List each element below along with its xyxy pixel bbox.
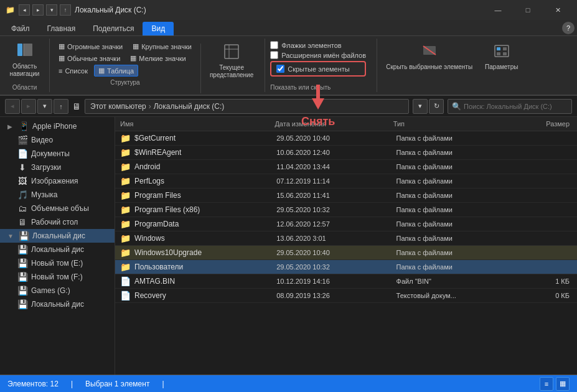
nav-arrows: ◂ ▸ ▾ ↑ (5, 99, 68, 114)
svg-rect-1 (24, 44, 32, 56)
tab-share[interactable]: Поделиться (84, 22, 143, 35)
nav-dropdown-btn[interactable]: ▾ (46, 4, 57, 16)
tab-file[interactable]: Файл (2, 22, 39, 35)
help-button[interactable]: ? (562, 22, 575, 34)
sidebar-item-local-c[interactable]: ▼ 💾 Локальный дис (0, 229, 115, 243)
minimize-button[interactable]: — (484, 0, 512, 20)
sidebar-item-volumes[interactable]: 🗂 Объемные объы (0, 202, 115, 215)
refresh-btn[interactable]: ↻ (429, 99, 444, 114)
hidden-items-label: Скрытые элементы (288, 65, 350, 73)
sidebar-item-desktop[interactable]: 🖥 Рабочий стол (0, 215, 115, 229)
downloads-icon: ⬇ (17, 162, 27, 172)
view-table-btn[interactable]: ▦ Таблица (94, 65, 138, 77)
close-button[interactable]: ✕ (543, 0, 572, 20)
title-bar: 📁 ◂ ▸ ▾ ↑ Локальный Диск (C:) — □ ✕ (0, 0, 577, 20)
docs-icon: 📄 (17, 149, 27, 159)
sidebar-item-iphone[interactable]: ▶ 📱 Apple iPhone (0, 119, 115, 133)
hide-selected-label: Скрыть выбранные элементы (386, 63, 472, 71)
maximize-button[interactable]: □ (514, 0, 542, 20)
sidebar-item-local-d[interactable]: 💾 Локальный дис (0, 243, 115, 256)
disk-d-icon: 💾 (17, 245, 27, 254)
table-row[interactable]: 📄AMTAG.BIN 10.12.2019 14:16 Файл "BIN" 1… (115, 274, 577, 289)
nav-pane-btn[interactable]: Областьнавигации (7, 40, 42, 79)
recent-arrow[interactable]: ▾ (37, 99, 52, 114)
extensions-checkbox[interactable] (270, 51, 278, 59)
sidebar-label-games-g: Games (G:) (31, 286, 70, 295)
sidebar-item-new-e[interactable]: 💾 Новый том (E:) (0, 256, 115, 270)
folder-icon: 📁 (120, 190, 131, 200)
status-separator: | (71, 380, 73, 388)
view-huge-icons-btn[interactable]: ▦ Огромные значки (55, 41, 126, 52)
hide-selected-btn[interactable]: Скрыть выбранные элементы (382, 41, 476, 73)
address-bar: ◂ ▸ ▾ ↑ 🖥 Этот компьютер › Локальный дис… (0, 96, 577, 117)
breadcrumb-bar[interactable]: Этот компьютер › Локальный диск (C:) (85, 99, 409, 114)
table-row[interactable]: 📁Windows10Upgrade 29.05.2020 10:40 Папка… (115, 246, 577, 260)
tab-home[interactable]: Главная (39, 22, 85, 35)
sidebar-label-docs: Документы (31, 149, 70, 158)
folder-icon: 📁 (120, 233, 131, 243)
nav-back-btn[interactable]: ◂ (19, 4, 30, 16)
checkbox-hidden-items[interactable]: Скрытые элементы (276, 65, 360, 73)
svg-rect-0 (17, 44, 22, 56)
main-area: ▶ 📱 Apple iPhone 🎬 Видео 📄 Документы ⬇ З… (0, 117, 577, 375)
sidebar-item-music[interactable]: 🎵 Музыка (0, 188, 115, 202)
disk-e-icon: 💾 (17, 258, 27, 268)
view-large-icons-btn[interactable]: ▦ Крупные значки (129, 41, 195, 52)
sidebar-item-games-g[interactable]: 💾 Games (G:) (0, 284, 115, 297)
huge-icons-icon: ▦ (59, 42, 65, 50)
flags-checkbox[interactable] (270, 41, 278, 49)
status-separator2: | (162, 380, 164, 388)
sidebar-item-new-f[interactable]: 💾 Новый том (F:) (0, 270, 115, 284)
icons-view-btn[interactable]: ▦ (556, 377, 570, 391)
nav-pane-icon (16, 41, 34, 62)
checkbox-flags[interactable]: Флажки элементов (270, 41, 366, 49)
col-header-size[interactable]: Размер (507, 119, 577, 129)
col-header-type[interactable]: Тип (388, 119, 507, 129)
table-row[interactable]: 📄Recovery 08.09.2019 13:26 Текстовый док… (115, 289, 577, 303)
view-small-icons-btn[interactable]: ▦ Мелкие значки (126, 53, 189, 63)
checkbox-extensions[interactable]: Расширения имён файлов (270, 51, 366, 59)
table-row[interactable]: 📁Пользователи 29.05.2020 10:32 Папка с ф… (115, 260, 577, 274)
hidden-items-checkbox[interactable] (276, 65, 284, 73)
sidebar-item-downloads[interactable]: ⬇ Загрузки (0, 161, 115, 174)
up-arrow[interactable]: ↑ (54, 99, 68, 114)
parameters-btn[interactable]: Параметры (481, 41, 522, 73)
folder-icon: 📁 (120, 248, 131, 258)
search-input[interactable] (464, 103, 568, 110)
folder-icon: 📁 (120, 262, 131, 272)
table-row[interactable]: 📁$WinREAgent 10.06.2020 12:40 Папка с фа… (115, 146, 577, 160)
snять-annotation: Снять (301, 115, 335, 128)
table-row[interactable]: 📁Windows 13.06.2020 3:01 Папка с файлами (115, 231, 577, 246)
table-row[interactable]: 📁Program Files 15.06.2020 11:41 Папка с … (115, 189, 577, 203)
back-arrow[interactable]: ◂ (5, 99, 20, 114)
item-count: Элементов: 12 (7, 380, 59, 388)
table-row[interactable]: 📁$GetCurrent 29.05.2020 10:40 Папка с фа… (115, 131, 577, 146)
table-row[interactable]: 📁ProgramData 12.06.2020 12:57 Папка с фа… (115, 217, 577, 231)
folder-icon: 📁 (120, 133, 131, 143)
nav-up-btn[interactable]: ↑ (60, 4, 71, 16)
video-icon: 🎬 (17, 135, 27, 145)
sidebar-item-video[interactable]: 🎬 Видео (0, 133, 115, 147)
view-normal-icons-btn[interactable]: ▦ Обычные значки (55, 53, 124, 63)
images-icon: 🖼 (17, 176, 27, 186)
table-row[interactable]: 📁Android 11.04.2020 13:44 Папка с файлам… (115, 160, 577, 174)
breadcrumb-localdisk[interactable]: Локальный диск (C:) (154, 102, 225, 111)
tab-view[interactable]: Вид (143, 22, 174, 35)
sidebar-item-images[interactable]: 🖼 Изображения (0, 174, 115, 188)
current-view-btn[interactable]: Текущеепредставление (207, 42, 256, 80)
sidebar-item-local-h[interactable]: 💾 Локальный дис (0, 297, 115, 311)
details-view-btn[interactable]: ≡ (540, 377, 553, 391)
nav-fwd-btn[interactable]: ▸ (32, 4, 44, 16)
table-row[interactable]: 📁Program Files (x86) 29.05.2020 10:32 Па… (115, 203, 577, 217)
col-header-name[interactable]: Имя (115, 119, 270, 129)
breadcrumb-dropdown[interactable]: ▾ (413, 99, 428, 114)
breadcrumb-computer[interactable]: Этот компьютер (90, 102, 146, 111)
view-mode-buttons: ≡ ▦ (540, 377, 570, 391)
forward-arrow[interactable]: ▸ (21, 99, 36, 114)
table-row[interactable]: 📁PerfLogs 07.12.2019 11:14 Папка с файла… (115, 174, 577, 189)
sidebar-label-music: Музыка (31, 190, 57, 199)
sidebar-item-docs[interactable]: 📄 Документы (0, 147, 115, 161)
ribbon-tabs: Файл Главная Поделиться Вид ? (0, 20, 577, 36)
view-list-btn[interactable]: ≡ Список (55, 65, 91, 77)
window-controls: — □ ✕ (484, 0, 572, 20)
